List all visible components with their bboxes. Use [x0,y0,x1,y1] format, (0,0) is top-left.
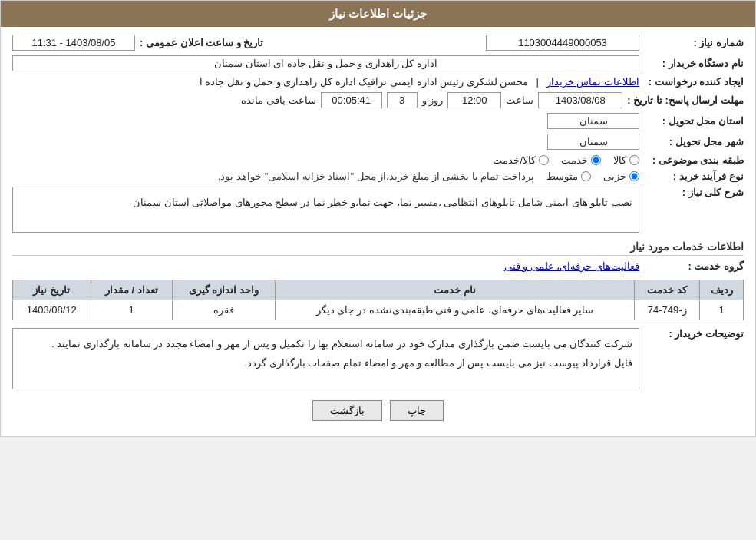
radio-kala[interactable]: کالا [613,154,639,166]
namDastgah-value: اداره کل راهداری و حمل و نقل جاده ای است… [12,55,639,71]
content-area: شماره نیاز : 1103004449000053 تاریخ و سا… [1,27,755,436]
col-vahed: واحد اندازه گیری [172,280,275,300]
radio-jozi[interactable]: جزیی [603,171,639,182]
cell-namKhadamat: سایر فعالیت‌های حرفه‌ای، علمی و فنی طبقه… [275,300,634,320]
section-khadamat: اطلاعات خدمات مورد نیاز [12,240,744,256]
mohlatErsalPasokh-label: مهلت ارسال پاسخ: تا تاریخ : [627,94,744,106]
shahrTahvil-value: سمنان [547,134,639,150]
page-header: جزئیات اطلاعات نیاز [1,1,755,27]
radio-motavasset-input[interactable] [581,171,591,181]
noeFaraind-label: نوع فرآیند خرید : [644,171,744,182]
rozLabel: روز و [422,94,444,106]
row-ijadKonande: ایجاد کننده درخواست : اطلاعات تماس خریدا… [12,76,744,88]
saatLabel: ساعت [506,94,533,106]
page-title: جزئیات اطلاعات نیاز [329,7,427,20]
page-wrapper: جزئیات اطلاعات نیاز شماره نیاز : 1103004… [0,0,756,437]
tarikh-value: 1403/08/08 [538,92,622,108]
row-noeFaraind: نوع فرآیند خرید : جزیی متوسط پرداخت تمام… [12,171,744,182]
shomareNiaz-label: شماره نیاز : [644,37,744,48]
sharhKolli-value: نصب تابلو های ایمنی شامل تابلوهای انتظام… [12,187,639,233]
cell-vahed: فقره [172,300,275,320]
radio-kala-khadamat[interactable]: کالا/خدمت [493,154,549,166]
radio-khadamat-input[interactable] [591,155,601,165]
cell-kodKhadamat: ز-749-74 [635,300,700,320]
radio-khadamat[interactable]: خدمت [561,154,601,166]
grohKhadamat-value[interactable]: فعالیت‌های حرفه‌ای، علمی و فنی [504,260,639,272]
saat-value: 12:00 [447,92,501,108]
baghi-value: 00:05:41 [321,92,382,108]
ostanTahvil-value: سمنان [547,113,639,129]
table-row: 1ز-749-74سایر فعالیت‌های حرفه‌ای، علمی و… [13,300,744,320]
grohKhadamat-label: گروه خدمت : [644,260,744,272]
row-sharhKolli: شرح کلی نیاز : نصب تابلو های ایمنی شامل … [12,187,744,233]
col-namKhadamat: نام خدمت [275,280,634,300]
col-tarikh: تاریخ نیاز [13,280,91,300]
col-radif: ردیف [700,280,744,300]
cell-radif: 1 [700,300,744,320]
ijadKonande-link[interactable]: اطلاعات تماس خریدار [546,76,639,88]
tozihatKharidar-label: توضیحات خریدار : [644,328,744,340]
tarikhAelan-value: 1403/08/05 - 11:31 [12,35,135,51]
radio-kala-input[interactable] [629,155,639,165]
shomareNiaz-value: 1103004449000053 [486,35,639,51]
row-namDastgah: نام دستگاه خریدار : اداره کل راهداری و ح… [12,55,744,71]
radio-jozi-input[interactable] [629,171,639,181]
ijadKonande-value: محسن لشکری رئیس اداره ایمنی ترافیک اداره… [200,76,529,88]
namDastgah-label: نام دستگاه خریدار : [644,58,744,69]
row-ostanTahvil: استان محل تحویل : سمنان [12,113,744,129]
row-tozihat: توضیحات خریدار : شرکت کنندگان می بایست ض… [12,328,744,389]
chap-button[interactable]: چاپ [390,400,444,421]
col-tedad: تعداد / مقدار [91,280,172,300]
shahrTahvil-label: شهر محل تحویل : [644,136,744,147]
bazgasht-button[interactable]: بازگشت [312,400,382,421]
radio-motavasset[interactable]: متوسط [546,171,591,182]
cell-tedad: 1 [91,300,172,320]
tabaqebandi-radio-group: کالا خدمت کالا/خدمت [493,154,639,166]
noeFaraind-desc: پرداخت تمام یا بخشی از مبلغ خرید،از محل … [218,171,534,182]
row-grohKhadamat: گروه خدمت : فعالیت‌های حرفه‌ای، علمی و ف… [12,260,744,272]
tarikhAelan-label: تاریخ و ساعت اعلان عمومی : [140,37,263,48]
services-table-wrapper: ردیف کد خدمت نام خدمت واحد اندازه گیری ت… [12,280,744,320]
roz-value: 3 [387,92,418,108]
baghiLabel: ساعت باقی مانده [241,94,315,106]
noeFaraind-radio-group: جزیی متوسط [546,171,639,182]
tozihatKharidar-value: شرکت کنندگان می بایست ضمن بارگذاری مدارک… [12,328,639,389]
ostanTahvil-label: استان محل تحویل : [644,115,744,127]
row-shomareNiaz: شماره نیاز : 1103004449000053 تاریخ و سا… [12,35,744,51]
services-table: ردیف کد خدمت نام خدمت واحد اندازه گیری ت… [12,280,744,320]
row-mohlatErsalPasokh: مهلت ارسال پاسخ: تا تاریخ : 1403/08/08 س… [12,92,744,108]
tabaqebandi-label: طبقه بندی موضوعی : [644,154,744,166]
buttons-row: چاپ بازگشت [12,400,744,421]
sharhKolli-label: شرح کلی نیاز : [644,187,744,198]
row-shahrTahvil: شهر محل تحویل : سمنان [12,134,744,150]
radio-kala-khadamat-input[interactable] [539,155,549,165]
ijadKonande-label: ایجاد کننده درخواست : [644,76,744,88]
row-tabaqebandi: طبقه بندی موضوعی : کالا خدمت کالا/خدمت [12,154,744,166]
cell-tarikh: 1403/08/12 [13,300,91,320]
col-kodKhadamat: کد خدمت [635,280,700,300]
